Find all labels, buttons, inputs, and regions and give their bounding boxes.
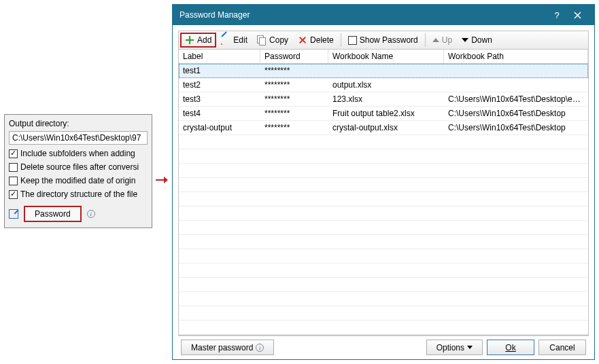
cell-password: ******** <box>260 121 328 134</box>
master-password-label: Master password <box>191 343 253 352</box>
table-row-empty[interactable]: . <box>179 206 588 221</box>
grid-header: Label Password Workbook Name Workbook Pa… <box>179 50 588 64</box>
delete-button[interactable]: Delete <box>293 33 339 48</box>
checkbox-checked-icon[interactable] <box>9 190 18 199</box>
cell-password: ******** <box>260 64 328 77</box>
copy-label: Copy <box>269 35 288 45</box>
grid-body: test1 ******** test2 ******** output.xls… <box>179 64 588 335</box>
table-row-empty[interactable]: . <box>179 263 588 278</box>
table-row-empty[interactable]: . <box>179 249 588 263</box>
titlebar: Password Manager ? <box>173 5 594 25</box>
table-row[interactable]: test1 ******** <box>179 64 588 78</box>
copy-icon <box>257 35 267 45</box>
add-label: Add <box>197 35 211 45</box>
close-icon <box>574 12 581 19</box>
copy-button[interactable]: Copy <box>252 33 293 48</box>
cell-wbpath: C:\Users\Win10x64Test\Desktop <box>444 121 588 134</box>
help-button[interactable]: ? <box>547 5 567 25</box>
cell-wbname <box>328 64 444 77</box>
checkbox-icon[interactable] <box>9 177 18 185</box>
chevron-down-icon <box>462 38 468 42</box>
pencil-icon <box>221 35 230 45</box>
table-row-empty[interactable]: . <box>179 135 588 149</box>
cell-label: test4 <box>179 107 260 120</box>
table-row-empty[interactable]: . <box>179 221 588 235</box>
options-panel: Output directory: C:\Users\Win10x64Test\… <box>4 114 152 228</box>
password-grid: Label Password Workbook Name Workbook Pa… <box>178 50 589 335</box>
dropdown-caret-icon <box>467 346 473 349</box>
ok-button[interactable]: Ok <box>487 340 534 355</box>
checkbox-checked-icon[interactable] <box>9 149 18 158</box>
dialog-footer: Master password i Options Ok Cancel <box>178 335 589 359</box>
edit-label: Edit <box>233 35 247 45</box>
show-password-toggle[interactable]: Show Password <box>343 33 423 48</box>
cell-label: test2 <box>179 78 260 92</box>
cancel-label: Cancel <box>549 343 575 352</box>
cell-password: ******** <box>260 92 328 106</box>
cell-wbpath <box>444 78 588 92</box>
table-row-empty[interactable]: . <box>179 292 588 306</box>
table-row[interactable]: crystal-output ******** crystal-output.x… <box>179 121 588 135</box>
arrow-right-icon <box>156 175 168 185</box>
cell-wbpath: C:\Users\Win10x64Test\Desktop <box>444 107 588 120</box>
delete-label: Delete <box>310 35 334 45</box>
col-workbook-name[interactable]: Workbook Name <box>328 50 444 63</box>
option-label: The directory structure of the file <box>20 189 137 199</box>
checkbox-icon <box>348 36 357 45</box>
info-icon: i <box>256 344 264 352</box>
table-row-empty[interactable]: . <box>179 178 588 192</box>
table-row-empty[interactable]: . <box>179 235 588 249</box>
password-button[interactable]: Password <box>24 206 82 222</box>
cell-label: test1 <box>179 64 260 77</box>
cell-wbname: output.xlsx <box>328 78 444 92</box>
col-label[interactable]: Label <box>179 50 260 63</box>
cell-wbname: Fruit output table2.xlsx <box>328 107 444 120</box>
cell-wbpath: C:\Users\Win10x64Test\Desktop\export... <box>444 92 588 106</box>
cancel-button[interactable]: Cancel <box>538 340 586 355</box>
dialog-title: Password Manager <box>179 10 547 20</box>
col-workbook-path[interactable]: Workbook Path <box>444 50 588 63</box>
table-row[interactable]: test3 ******** 123.xlsx C:\Users\Win10x6… <box>179 92 588 107</box>
delete-icon <box>298 35 307 45</box>
password-manager-dialog: Password Manager ? Add Edit Copy <box>172 4 595 360</box>
move-up-button[interactable]: Up <box>428 33 457 48</box>
options-button[interactable]: Options <box>426 340 483 355</box>
table-row[interactable]: test2 ******** output.xlsx <box>179 78 588 92</box>
down-label: Down <box>471 35 492 45</box>
table-row[interactable]: test4 ******** Fruit output table2.xlsx … <box>179 107 588 121</box>
table-row-empty[interactable]: . <box>179 306 588 321</box>
plus-icon <box>185 35 194 45</box>
output-directory-input[interactable]: C:\Users\Win10x64Test\Desktop\97 <box>9 131 148 145</box>
master-password-button[interactable]: Master password i <box>181 340 274 355</box>
table-row-empty[interactable]: . <box>179 321 588 335</box>
separator <box>425 33 426 47</box>
option-delete-source[interactable]: Delete source files after conversi <box>9 162 148 172</box>
move-down-button[interactable]: Down <box>457 33 497 48</box>
external-link-icon[interactable] <box>9 209 18 219</box>
table-row-empty[interactable]: . <box>179 192 588 206</box>
close-button[interactable] <box>567 5 587 25</box>
checkbox-icon[interactable] <box>9 163 18 172</box>
option-include-subfolders[interactable]: Include subfolders when adding <box>9 149 148 158</box>
svg-marker-1 <box>164 177 168 183</box>
table-row-empty[interactable]: . <box>179 164 588 178</box>
option-directory-structure[interactable]: The directory structure of the file <box>9 189 148 199</box>
cell-password: ******** <box>260 107 328 120</box>
up-label: Up <box>442 35 452 45</box>
table-row-empty[interactable]: . <box>179 278 588 292</box>
option-keep-modified-date[interactable]: Keep the modified date of origin <box>9 176 148 185</box>
chevron-up-icon <box>432 38 439 42</box>
options-label: Options <box>437 343 464 352</box>
add-button[interactable]: Add <box>180 33 216 48</box>
separator <box>341 33 341 47</box>
info-icon[interactable]: i <box>87 210 95 218</box>
show-password-label: Show Password <box>360 35 418 45</box>
ok-label: Ok <box>505 343 515 352</box>
edit-button[interactable]: Edit <box>216 33 252 48</box>
cell-password: ******** <box>260 78 328 92</box>
option-label: Include subfolders when adding <box>20 149 135 158</box>
option-label: Delete source files after conversi <box>20 162 139 172</box>
col-password[interactable]: Password <box>260 50 328 63</box>
output-directory-label: Output directory: <box>9 119 148 128</box>
table-row-empty[interactable]: . <box>179 149 588 164</box>
